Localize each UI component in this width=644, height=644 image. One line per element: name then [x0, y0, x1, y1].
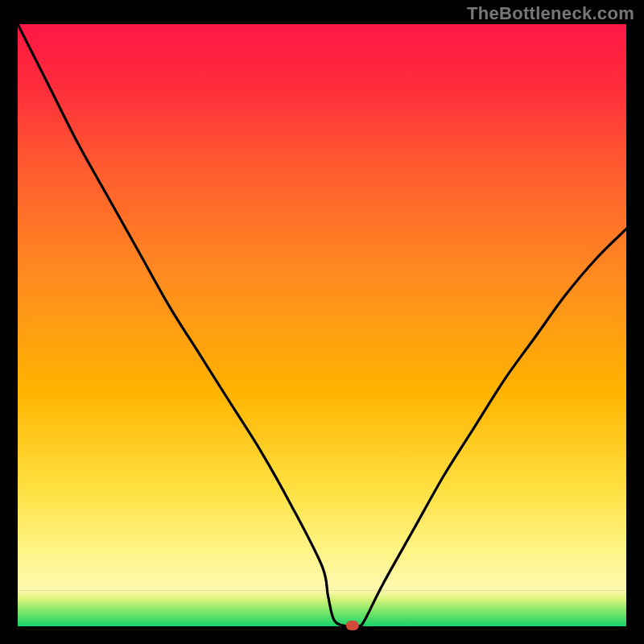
bottleneck-chart	[0, 0, 644, 644]
gradient-background	[18, 24, 626, 590]
chart-frame: TheBottleneck.com	[0, 0, 644, 644]
watermark-text: TheBottleneck.com	[467, 3, 634, 24]
optimal-point-marker	[346, 621, 359, 630]
plot-area	[18, 24, 626, 630]
green-band	[18, 590, 626, 626]
